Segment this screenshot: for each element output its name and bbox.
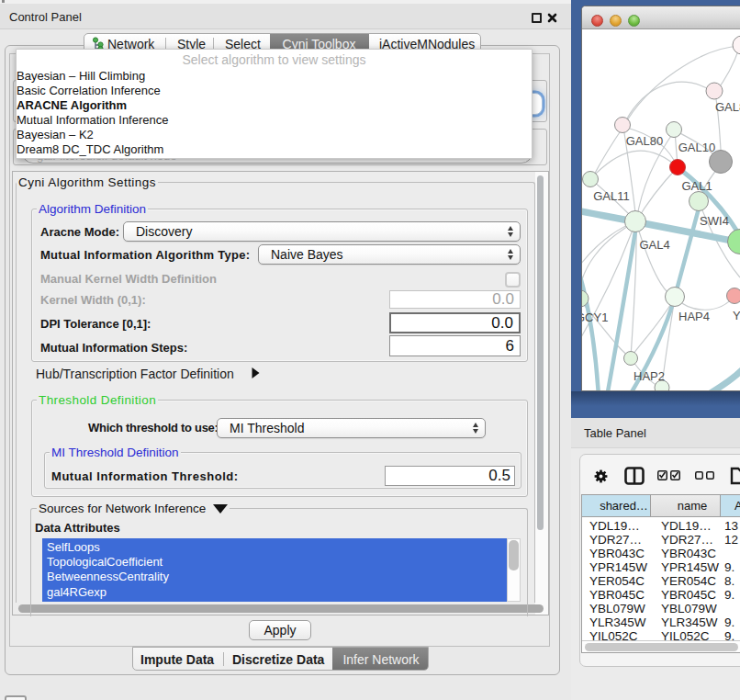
svg-text:HAP2: HAP2 [633,369,665,383]
svg-text:GAL10: GAL10 [678,141,715,154]
svg-text:SWI4: SWI4 [700,214,729,228]
svg-text:GAL80: GAL80 [626,134,663,148]
svg-text:GAL8: GAL8 [715,100,740,114]
svg-text:GCY1: GCY1 [582,310,608,324]
svg-text:GAL11: GAL11 [593,189,630,203]
svg-text:Y: Y [733,309,740,322]
svg-text:GAL1: GAL1 [681,179,712,193]
svg-text:GAL4: GAL4 [639,238,669,252]
svg-text:HAP4: HAP4 [678,310,710,323]
